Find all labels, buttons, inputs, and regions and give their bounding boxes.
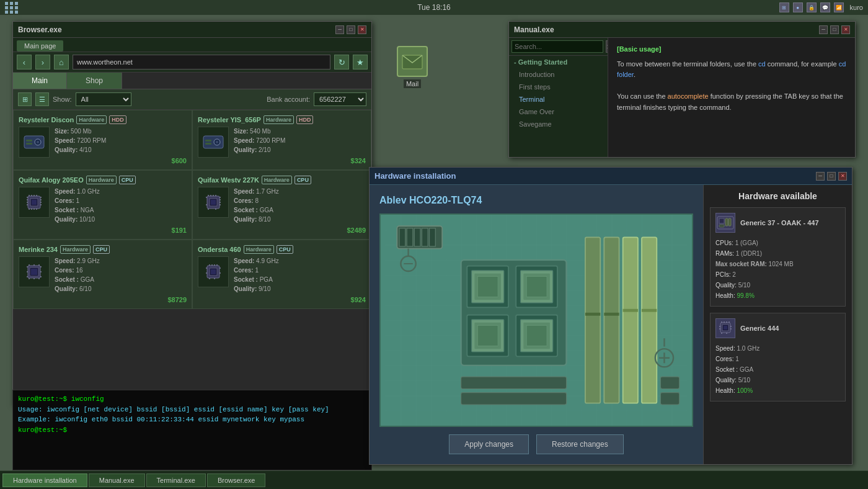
svg-rect-47 — [31, 269, 37, 275]
list-item[interactable]: Reysteler YIS_656P Hardware HDD — [192, 110, 371, 170]
bank-account-select[interactable]: 6562227 — [314, 92, 366, 106]
hw-card-specs-1: CPUs: 1 (GGA) RAMs: 1 (DDR1) Max socket … — [715, 238, 840, 301]
manual-sidebar: ✕ ↻ - Getting Started Introduction First… — [509, 38, 608, 157]
manual-para-2: You can use the autocomplete function by… — [617, 91, 846, 113]
list-item[interactable]: Reysteler Discon Hardware HDD — [13, 110, 192, 170]
svg-rect-76 — [407, 228, 413, 246]
show-filter[interactable]: All Hardware Software — [76, 92, 131, 106]
list-item[interactable]: Merinke 234 Hardware CPU — [13, 240, 192, 309]
list-item[interactable]: Ondersta 460 Hardware CPU — [192, 240, 371, 309]
manual-search-input[interactable] — [512, 40, 603, 53]
bookmark-button[interactable]: ★ — [353, 55, 368, 70]
motherboard-icon — [715, 213, 735, 233]
refresh-button[interactable]: ↻ — [334, 55, 349, 70]
taskbar-manual[interactable]: Manual.exe — [89, 473, 145, 487]
item-price: $2489 — [234, 227, 366, 234]
taskbar-terminal[interactable]: Terminal.exe — [146, 473, 206, 487]
manual-section-title: [Basic usage] — [617, 44, 846, 55]
grid-icon[interactable]: ⊞ — [779, 2, 789, 12]
item-name: Quifax Westv 227K — [198, 176, 259, 184]
manual-nav-first-steps[interactable]: First steps — [509, 81, 608, 93]
hardware-content: Ablev HCO220-TLQ74 — [370, 185, 852, 464]
hardware-close-btn[interactable]: ✕ — [838, 172, 847, 181]
manual-titlebar: Manual.exe ─ □ ✕ — [509, 22, 855, 38]
restore-changes-button[interactable]: Restore changes — [536, 434, 624, 454]
manual-nav-game-over[interactable]: Game Over — [509, 105, 608, 118]
spec-speed: Speed: 7200 RPM — [55, 136, 187, 145]
browser-minimize-btn[interactable]: ─ — [335, 25, 344, 34]
apps-grid-icon[interactable] — [5, 2, 19, 14]
hardware-title: Hardware installation — [374, 171, 456, 181]
manual-nav-terminal[interactable]: Terminal — [509, 93, 608, 105]
browser-main-tab[interactable]: Main page — [17, 40, 63, 52]
manual-maximize-btn[interactable]: □ — [830, 25, 839, 34]
spec-quality: Quality: 2/10 — [234, 145, 366, 155]
manual-minimize-btn[interactable]: ─ — [819, 25, 828, 34]
item-icon-cpu — [19, 187, 50, 218]
spec-speed: Speed: 7200 RPM — [234, 136, 366, 145]
browser-maximize-btn[interactable]: □ — [347, 25, 355, 34]
tag-hardware: Hardware — [60, 245, 91, 254]
home-button[interactable]: ⌂ — [54, 55, 69, 70]
mail-desktop-icon[interactable]: Mail — [397, 46, 428, 88]
svg-rect-10 — [205, 143, 211, 145]
browser-page-tabs: Main Shop — [13, 73, 371, 89]
manual-nav-savegame[interactable]: Savegame — [509, 118, 608, 130]
chat-icon[interactable]: 💬 — [820, 2, 830, 12]
manual-close-btn[interactable]: ✕ — [841, 25, 850, 34]
forward-button[interactable]: › — [35, 55, 50, 70]
apply-changes-button[interactable]: Apply changes — [449, 434, 529, 454]
spec-socket: Socket : PGA — [234, 275, 366, 284]
list-view-btn[interactable]: ☰ — [35, 92, 49, 106]
tag-type: HDD — [109, 115, 126, 124]
svg-rect-101 — [604, 237, 619, 403]
tab-main[interactable]: Main — [13, 73, 67, 89]
svg-rect-107 — [642, 309, 657, 312]
svg-rect-108 — [461, 377, 567, 388]
tab-shop[interactable]: Shop — [67, 73, 122, 89]
svg-rect-106 — [623, 309, 638, 312]
manual-nav-introduction[interactable]: Introduction — [509, 68, 608, 81]
svg-rect-5 — [26, 143, 32, 145]
browser-toolbar: ‹ › ⌂ ↻ ★ — [13, 52, 371, 73]
item-price: $8729 — [55, 296, 187, 303]
manual-window: Manual.exe ─ □ ✕ ✕ ↻ - Getting Started I… — [508, 21, 856, 158]
item-icon-cpu2 — [198, 187, 229, 218]
browser-close-btn[interactable]: ✕ — [358, 25, 366, 34]
item-icon-hdd — [19, 127, 50, 158]
hardware-minimize-btn[interactable]: ─ — [816, 172, 825, 181]
bank-label: Bank account: — [267, 96, 310, 103]
hardware-card-1[interactable]: Generic 37 - OAAK - 447 CPUs: 1 (GGA) RA… — [710, 207, 846, 307]
svg-rect-120 — [719, 225, 724, 227]
item-icon-hdd2 — [198, 127, 229, 158]
svg-rect-87 — [477, 277, 498, 297]
svg-point-3 — [37, 141, 39, 143]
url-bar[interactable] — [73, 55, 330, 70]
taskbar-hardware-installation[interactable]: Hardware installation — [2, 473, 87, 487]
lock-icon[interactable]: 🔒 — [807, 2, 817, 12]
back-button[interactable]: ‹ — [17, 55, 32, 70]
svg-rect-111 — [660, 393, 679, 405]
svg-rect-118 — [725, 218, 728, 226]
svg-rect-79 — [430, 228, 436, 246]
spec-cores: Cores: 1 — [234, 266, 366, 275]
svg-rect-123 — [724, 326, 727, 330]
svg-rect-103 — [642, 237, 657, 403]
svg-rect-77 — [414, 228, 420, 246]
spec-cores: Cores: 16 — [55, 266, 187, 275]
grid-view-btn[interactable]: ⊞ — [18, 92, 32, 106]
hardware-card-2[interactable]: Generic 444 Speed: 1.0 GHz Cores: 1 Sock… — [710, 313, 846, 402]
taskbar-browser[interactable]: Browser.exe — [207, 473, 266, 487]
tag-hardware: Hardware — [264, 115, 294, 124]
circle-icon[interactable]: ● — [793, 2, 803, 12]
item-name: Reysteler Discon — [19, 116, 74, 123]
item-price: $191 — [55, 227, 187, 234]
svg-rect-78 — [422, 228, 428, 246]
tag-type: HDD — [296, 115, 314, 124]
manual-content: ✕ ↻ - Getting Started Introduction First… — [509, 38, 855, 157]
wifi-icon[interactable]: 📶 — [834, 2, 844, 12]
list-item[interactable]: Quifax Alogy 205EO Hardware CPU — [13, 170, 192, 240]
browser-title: Browser.exe — [18, 25, 62, 34]
list-item[interactable]: Quifax Westv 227K Hardware CPU — [192, 170, 371, 240]
hardware-maximize-btn[interactable]: □ — [827, 172, 836, 181]
